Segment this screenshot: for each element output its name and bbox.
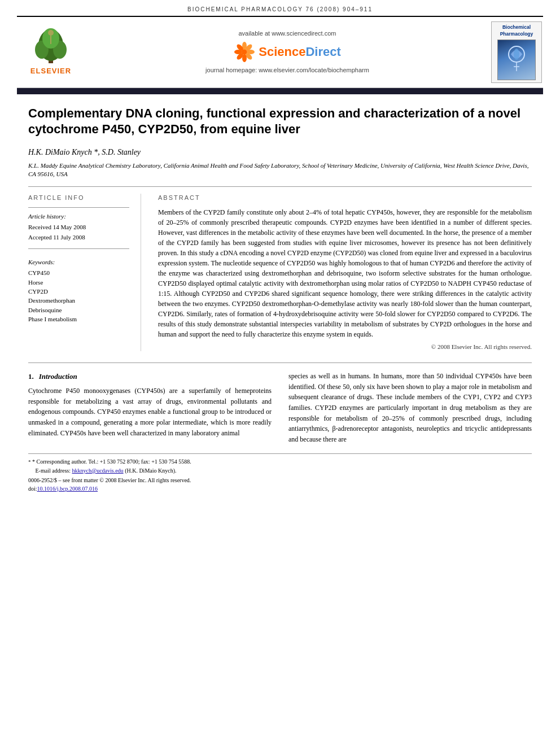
- doi-label: doi:: [28, 486, 37, 492]
- elsevier-logo: ELSEVIER: [17, 20, 85, 84]
- sciencedirect-flower-icon: [234, 41, 255, 63]
- keyword-debrisoquine: Debrisoquine: [28, 306, 129, 314]
- footer-doi-row: doi:10.1016/j.bcp.2008.07.016: [28, 484, 532, 493]
- accepted-date: Accepted 11 July 2008: [28, 233, 129, 242]
- journal-cover: [497, 40, 536, 80]
- email-label: E-mail address:: [36, 468, 71, 474]
- svg-point-5: [48, 30, 54, 36]
- article-info-col: ARTICLE INFO Article history: Received 1…: [28, 194, 141, 351]
- journal-header: BIOCHEMICAL PHARMACOLOGY 76 (2008) 904–9…: [0, 0, 560, 16]
- science-text: Science: [259, 45, 305, 59]
- center-banner: available at www.sciencedirect.com Scien…: [85, 20, 490, 84]
- authors-text: H.K. DiMaio Knych *, S.D. Stanley: [28, 148, 141, 156]
- history-label: Article history:: [28, 212, 129, 221]
- keyword-cyp450: CYP450: [28, 269, 129, 277]
- svg-point-17: [514, 49, 519, 60]
- article-title: Complementary DNA cloning, functional ex…: [28, 106, 532, 138]
- elsevier-wordmark: ELSEVIER: [30, 66, 71, 76]
- main-content: Complementary DNA cloning, functional ex…: [0, 94, 560, 504]
- body-right-col: species as well as in humans. In humans,…: [288, 371, 532, 444]
- doi-link[interactable]: 10.1016/j.bcp.2008.07.016: [37, 486, 98, 492]
- top-banner: ELSEVIER available at www.sciencedirect.…: [17, 16, 543, 88]
- homepage-text: journal homepage: www.elsevier.com/locat…: [205, 66, 369, 75]
- article-info-header: ARTICLE INFO: [28, 194, 129, 202]
- section1-left-text: Cytochrome P450 monooxygenases (CYP450s)…: [28, 386, 272, 438]
- sciencedirect-logo: ScienceDirect: [234, 41, 341, 63]
- full-divider-body: [28, 362, 532, 363]
- elsevier-tree-icon: [28, 28, 73, 65]
- corresponding-sup: *: [28, 459, 31, 465]
- footer-issn: 0006-2952/$ – see front matter © 2008 El…: [28, 476, 532, 484]
- affiliation-text: K.L. Maddy Equine Analytical Chemistry L…: [28, 161, 532, 179]
- journal-cover-art: [502, 43, 531, 77]
- article-meta-row: ARTICLE INFO Article history: Received 1…: [28, 194, 532, 351]
- section1-header: 1. Introduction: [28, 371, 272, 382]
- keywords-section: Keywords: CYP450 Horse CYP2D Dextrometho…: [28, 258, 129, 324]
- journal-header-text: BIOCHEMICAL PHARMACOLOGY 76 (2008) 904–9…: [187, 6, 373, 12]
- keyword-dextromethorphan: Dextromethorphan: [28, 296, 129, 305]
- keyword-horse: Horse: [28, 278, 129, 287]
- sciencedirect-text: ScienceDirect: [259, 43, 341, 61]
- footer-email-row: E-mail address: hkknych@ucdavis.edu (H.K…: [28, 466, 532, 475]
- corresponding-label: * Corresponding author.: [32, 458, 87, 465]
- abstract-header: ABSTRACT: [158, 194, 532, 202]
- body-two-col: 1. Introduction Cytochrome P450 monooxyg…: [28, 371, 532, 444]
- keyword-cyp2d: CYP2D: [28, 287, 129, 296]
- section-divider-1: [28, 186, 532, 187]
- footer-corresponding: * * Corresponding author. Tel.: +1 530 7…: [28, 457, 532, 466]
- keyword-phase1: Phase I metabolism: [28, 315, 129, 324]
- page: BIOCHEMICAL PHARMACOLOGY 76 (2008) 904–9…: [0, 0, 560, 747]
- journal-logo-title: BiochemicalPharmacology: [500, 24, 533, 38]
- abstract-col: ABSTRACT Members of the CYP2D family con…: [158, 194, 532, 351]
- body-left-col: 1. Introduction Cytochrome P450 monooxyg…: [28, 371, 272, 444]
- journal-logo: BiochemicalPharmacology: [491, 21, 542, 83]
- divider-under-article-info-header: [28, 207, 129, 208]
- email-link[interactable]: hkknych@ucdavis.edu: [72, 468, 123, 474]
- section1-title: Introduction: [39, 372, 77, 381]
- authors-line: H.K. DiMaio Knych *, S.D. Stanley: [28, 147, 532, 158]
- dark-divider-bar: [17, 88, 543, 94]
- tel-text: Tel.: +1 530 752 8700; fax: +1 530 754 5…: [88, 458, 191, 465]
- direct-text: Direct: [305, 45, 340, 59]
- copyright-line: © 2008 Elsevier Inc. All rights reserved…: [158, 343, 532, 351]
- section1-right-text: species as well as in humans. In humans,…: [288, 371, 532, 444]
- keywords-label: Keywords:: [28, 258, 129, 267]
- received-date: Received 14 May 2008: [28, 223, 129, 231]
- email-note: (H.K. DiMaio Knych).: [125, 468, 176, 474]
- section1-number: 1.: [28, 372, 34, 381]
- footer-notes: * * Corresponding author. Tel.: +1 530 7…: [28, 453, 532, 493]
- divider-keywords: [28, 248, 129, 249]
- abstract-text: Members of the CYP2D family constitute o…: [158, 207, 532, 339]
- available-text: available at www.sciencedirect.com: [238, 29, 336, 38]
